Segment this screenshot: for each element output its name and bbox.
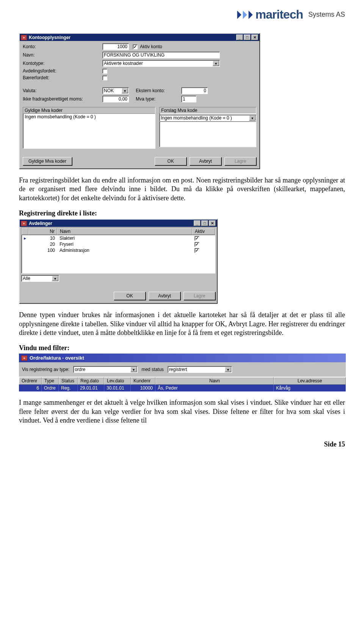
forslag-header: Forslag Mva kode [160,107,256,113]
cell-navn[interactable]: Fryseri [57,241,192,247]
avdelinger-titlebar[interactable]: » Avdelinger _ □ ✕ [20,220,217,227]
cell-levadresse: Kårvåg [274,385,346,391]
mvatype-label: Mva type: [136,96,181,102]
svg-marker-1 [243,11,247,19]
table-row[interactable]: 100 Administrasjon ✓ [22,247,215,253]
cell-nr[interactable]: 20 [28,241,57,247]
aktiv-checkbox[interactable]: ✓ [195,242,199,247]
aktiv-checkbox[interactable]: ✓ [195,236,199,241]
close-button[interactable]: ✕ [251,35,258,40]
brand-suffix: Systems AS [308,11,345,19]
maximize-button[interactable]: □ [244,35,251,40]
avdelingsfordelt-checkbox[interactable] [102,69,107,74]
minimize-button[interactable]: _ [194,220,201,226]
gyldige-mva-koder-button[interactable]: Gyldige Mva koder [23,157,72,165]
konto-label: Konto: [23,44,102,49]
kontoopplysninger-dialog: » Kontoopplysninger _ □ ✕ Konto: 1000 ✓ … [19,33,260,169]
filter-type-label: Vis registrering av type: [22,367,69,372]
app-icon: » [21,221,27,226]
maximize-button[interactable]: □ [201,220,208,226]
forslag-mva-combo[interactable]: Ingen momsbehandling (Kode = 0 ) [159,115,256,121]
valuta-label: Valuta: [23,88,102,93]
brand-name: maritech [256,8,303,22]
svg-marker-0 [237,11,241,19]
ordre-faktura-panel: » Ordre/faktura - oversikt Vis registrer… [19,354,346,391]
window-title: Ordre/faktura - oversikt [30,355,84,361]
col-navn[interactable]: Navn [155,377,274,385]
avbryt-button[interactable]: Avbryt [190,157,221,165]
svg-marker-2 [248,11,253,19]
cell-levdato: 30.01.01 [104,385,131,391]
cell-navn[interactable]: Administrasjon [57,247,192,253]
cell-navn: Ås, Peder [155,385,274,391]
ok-button[interactable]: OK [114,292,146,300]
cell-regdato: 29.01.01 [78,385,104,391]
minimize-button[interactable]: _ [236,35,243,40]
moms-label: Ikke fradragsberettiget moms: [23,96,102,102]
mvatype-input[interactable]: 1 [181,96,196,102]
col-navn[interactable]: Navn [57,228,192,235]
navn-label: Navn: [23,52,102,58]
paragraph-2: Denne typen vinduer brukes når informasj… [19,311,345,337]
konto-input[interactable]: 1000 [102,43,129,50]
navn-input[interactable]: FORSKNING OG UTVIKLING [102,52,220,58]
ok-button[interactable]: OK [155,157,187,165]
table-row[interactable]: 6 Ordre Reg. 29.01.01 30.01.01 10000 Ås,… [19,385,346,391]
ekstern-konto-label: Ekstern konto: [136,88,181,93]
kontotype-combo[interactable]: Aktiverte kostnader [102,60,220,67]
window-title: Avdelinger [29,221,193,226]
col-ordrenr[interactable]: Ordrenr [19,377,42,385]
brand-logo: maritech Systems AS [237,8,345,22]
filter-combo[interactable]: Alle [21,275,59,282]
close-button[interactable]: ✕ [209,220,216,226]
cell-navn[interactable]: Slakteri [57,235,192,241]
table-row[interactable]: 20 Fryseri ✓ [22,241,215,247]
aktiv-konto-label: Aktiv konto [140,44,162,49]
col-status[interactable]: Status [59,377,78,385]
ordre-grid: Ordrenr Type Status Reg.dato Lev.dato Ku… [19,377,346,391]
filter-status-combo[interactable]: registrert [168,366,232,373]
moms-input[interactable]: 0,00 [102,96,129,102]
lagre-button[interactable]: Lagre [224,157,256,165]
paragraph-1: Fra registreringsbildet kan du endre all… [19,176,345,203]
app-icon: » [21,35,27,40]
paragraph-3: I mange sammenhenger er det aktuelt å ve… [19,398,345,425]
cell-kundenr: 10000 [131,385,155,391]
gyldige-header: Gyldige Mva koder [23,107,155,114]
aktiv-konto-checkbox[interactable]: ✓ [133,44,138,49]
kontotype-label: Kontotype: [23,61,102,66]
lagre-button[interactable]: Lagre [184,292,215,300]
logo-arrows-icon [237,11,253,19]
avbryt-button[interactable]: Avbryt [149,292,180,300]
ordre-titlebar[interactable]: » Ordre/faktura - oversikt [19,354,346,362]
col-type[interactable]: Type [42,377,59,385]
kontoopplysninger-titlebar[interactable]: » Kontoopplysninger _ □ ✕ [20,34,259,41]
cell-type: Ordre [42,385,59,391]
col-levadresse[interactable]: Lev.adresse [274,377,346,385]
heading-vindu-filter: Vindu med filter: [19,344,345,352]
table-row[interactable]: ▸ 10 Slakteri ✓ [22,235,215,241]
avdelinger-dialog: » Avdelinger _ □ ✕ Nr Navn Aktiv ▸ 10 Sl… [19,219,218,304]
baererfordelt-checkbox[interactable] [102,75,107,80]
heading-registrering: Registrering direkte i liste: [19,209,345,217]
cell-ordrenr: 6 [19,385,42,391]
row-marker-icon: ▸ [22,235,28,241]
cell-status: Reg. [59,385,78,391]
ekstern-konto-input[interactable]: 0 [181,87,208,94]
page-number: Side 15 [19,440,345,448]
col-aktiv[interactable]: Aktiv [192,228,215,235]
cell-nr[interactable]: 100 [28,247,57,253]
filter-status-label: med status [141,367,164,372]
filter-type-combo[interactable]: ordre [73,366,138,373]
aktiv-checkbox[interactable]: ✓ [195,248,199,253]
cell-nr[interactable]: 10 [28,235,57,241]
page-header: maritech Systems AS [19,8,345,22]
valuta-combo[interactable]: NOK [102,87,129,94]
col-regdato[interactable]: Reg.dato [78,377,104,385]
col-nr[interactable]: Nr [28,228,57,235]
gyldige-mva-item[interactable]: Ingen momsbehandling (Kode = 0 ) [23,114,155,120]
col-kundenr[interactable]: Kundenr [131,377,155,385]
col-levdato[interactable]: Lev.dato [104,377,131,385]
avdelingsfordelt-label: Avdelingsfordelt: [23,68,102,74]
window-title: Kontoopplysninger [29,35,235,40]
